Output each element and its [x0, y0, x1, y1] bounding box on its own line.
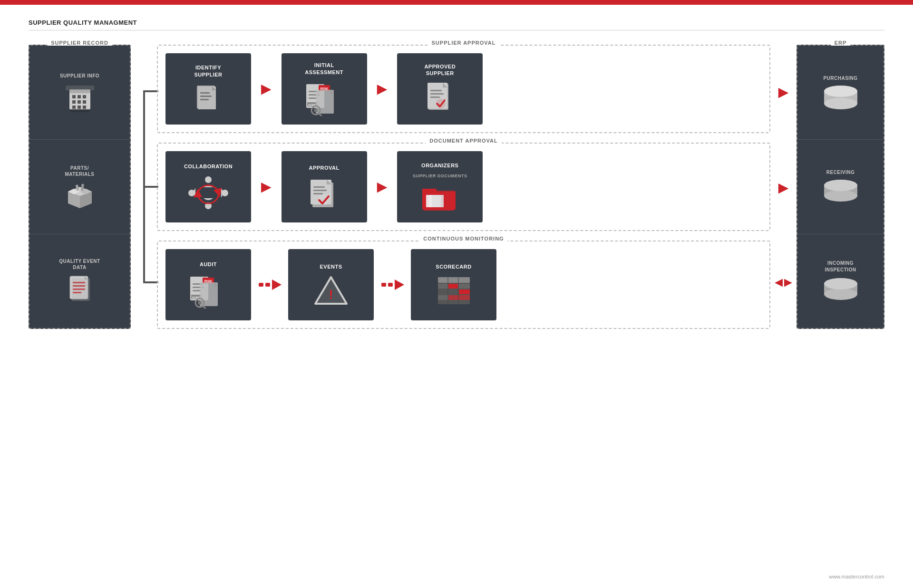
svg-rect-34 [200, 99, 209, 100]
svg-rect-98 [438, 277, 470, 283]
title-divider [29, 30, 884, 30]
svg-rect-3 [78, 95, 81, 98]
purchasing-icon [822, 86, 860, 109]
svg-rect-5 [72, 100, 76, 104]
svg-rect-73 [432, 195, 444, 207]
h-connector-bot [144, 281, 158, 283]
arrow-approval-organizers: ► [374, 178, 391, 195]
svg-text:RISK: RISK [320, 87, 328, 90]
identify-supplier-label: IDENTIFYSUPPLIER [194, 64, 222, 78]
arrow-collab-approval: ► [258, 178, 275, 195]
rows-wrapper: SUPPLIER APPROVAL IDENTIFYSUPPLIER [157, 45, 770, 329]
purchasing-label: PURCHASING [823, 76, 857, 81]
arrow-to-erp-3: ◄► [772, 275, 795, 290]
quality-event-label: QUALITY EVENTDATA [59, 258, 100, 270]
svg-rect-63 [313, 186, 325, 188]
approved-supplier-icon [426, 81, 454, 115]
page-title: SUPPLIER QUALITY MANAGMENT [29, 19, 884, 26]
supplier-record-section: SUPPLIER RECORD SUPPLIER INFO [29, 45, 131, 329]
svg-rect-6 [78, 100, 81, 104]
organizers-icon [422, 183, 458, 212]
svg-text:RISK: RISK [204, 280, 213, 283]
svg-rect-102 [448, 284, 458, 289]
svg-point-117 [824, 289, 857, 300]
scorecard-icon [436, 275, 472, 306]
svg-rect-27 [72, 278, 90, 301]
svg-rect-103 [459, 289, 470, 294]
svg-point-114 [824, 180, 857, 191]
continuous-monitoring-label: CONTINUOUS MONITORING [419, 236, 507, 241]
svg-rect-64 [313, 190, 327, 191]
approval-icon [309, 176, 340, 209]
main-layout: SUPPLIER RECORD SUPPLIER INFO [29, 45, 884, 329]
svg-rect-12 [66, 86, 94, 90]
receiving-label: RECEIVING [826, 170, 855, 175]
svg-rect-89 [265, 283, 270, 287]
arrow-1-2: ► [258, 80, 275, 97]
events-label: EVENTS [320, 263, 342, 270]
supplier-info-label: SUPPLIER INFO [60, 73, 99, 79]
document-approval-label: DOCUMENT APPROVAL [426, 138, 502, 144]
erp-section: ERP PURCHASING RECEIVING [796, 45, 884, 329]
organizers-box: ORGANIZERS SUPPLIER DOCUMENTS [397, 151, 483, 222]
incoming-inspection-icon [822, 278, 860, 302]
svg-rect-94 [381, 283, 386, 287]
svg-point-118 [824, 278, 857, 289]
collaboration-icon [187, 175, 230, 211]
collaboration-label: COLLABORATION [184, 163, 233, 170]
page-container: SUPPLIER QUALITY MANAGMENT SUPPLIER RECO… [0, 5, 913, 588]
audit-box: AUDIT AUDIT RISK [165, 249, 251, 320]
erp-arrows: ► ► ◄► [770, 45, 796, 329]
identify-supplier-icon [194, 83, 223, 114]
svg-point-11 [69, 110, 90, 112]
organizers-sublabel: SUPPLIER DOCUMENTS [413, 174, 467, 178]
approved-supplier-label: APPROVEDSUPPLIER [424, 63, 456, 77]
arrow-to-erp-1: ► [775, 84, 792, 101]
h-connector-mid [144, 186, 158, 188]
footer-url: www.mastercontrol.com [829, 574, 884, 579]
svg-rect-4 [83, 95, 86, 98]
events-box: EVENTS ! [288, 249, 374, 320]
audit-icon: AUDIT RISK [189, 273, 227, 308]
events-icon: ! [314, 275, 348, 306]
supplier-info-item: SUPPLIER INFO [29, 46, 130, 140]
scorecard-label: SCORECARD [436, 263, 471, 270]
svg-point-56 [205, 176, 212, 183]
erp-label: ERP [831, 40, 851, 46]
svg-point-86 [198, 301, 202, 305]
h-connector-top [144, 90, 158, 92]
svg-rect-33 [200, 96, 212, 97]
parts-box-icon [66, 182, 94, 208]
scorecard-box: SCORECARD [411, 249, 496, 320]
arrow-to-erp-2: ► [775, 179, 792, 196]
initial-assessment-label: INITIALASSESSMENT [305, 62, 343, 76]
svg-point-109 [824, 98, 857, 109]
svg-rect-52 [430, 90, 442, 91]
initial-assessment-box: INITIALASSESSMENT AUDIT [282, 53, 367, 125]
svg-rect-95 [388, 283, 393, 287]
supplier-record-label: SUPPLIER RECORD [47, 40, 112, 46]
supplier-approval-label: SUPPLIER APPROVAL [428, 40, 500, 46]
dash-arrow-2 [380, 278, 404, 292]
top-bar [0, 0, 913, 5]
svg-rect-88 [259, 283, 263, 287]
svg-rect-2 [72, 95, 76, 98]
supplier-approval-row: SUPPLIER APPROVAL IDENTIFYSUPPLIER [157, 45, 770, 133]
purchasing-item: PURCHASING [797, 46, 884, 140]
identify-supplier-box: IDENTIFYSUPPLIER [165, 53, 251, 125]
svg-rect-54 [430, 96, 440, 98]
receiving-item: RECEIVING [797, 140, 884, 234]
svg-point-113 [824, 190, 857, 202]
svg-rect-8 [72, 106, 76, 109]
svg-point-110 [824, 86, 857, 97]
incoming-inspection-item: INCOMINGINSPECTION [797, 234, 884, 328]
svg-line-87 [203, 306, 206, 308]
connector-area [131, 45, 157, 329]
svg-rect-10 [83, 106, 86, 109]
continuous-monitoring-row: CONTINUOUS MONITORING AUDIT AUDIT RISK [157, 241, 770, 329]
svg-rect-104 [448, 295, 470, 300]
approval-box: APPROVAL [282, 151, 367, 222]
svg-rect-7 [83, 100, 86, 104]
dash-arrow-1 [258, 278, 282, 292]
document-approval-row: DOCUMENT APPROVAL COLLABORATION [157, 143, 770, 231]
